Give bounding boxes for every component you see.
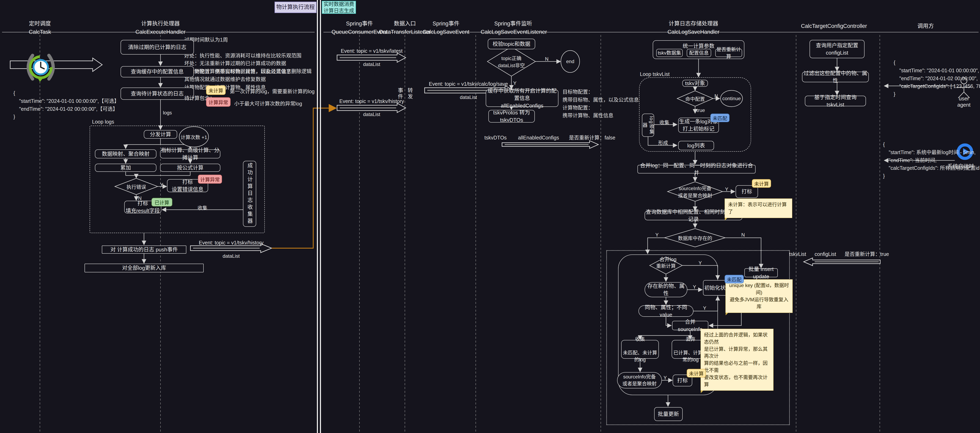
label-topic-check-n: N bbox=[545, 56, 549, 62]
note-listener-config: 目标物配置： 携带目标物、属性，以及公式信息 计算物配置： 携带计算物、属性信息 bbox=[563, 88, 648, 119]
note-uncalculated-means: 未计算：表示可以进行计算了 bbox=[725, 198, 792, 218]
node-accumulate: 累加 bbox=[95, 164, 156, 172]
chip-config-info: 配置信息 bbox=[687, 49, 711, 57]
node-log-list: log列表 bbox=[678, 141, 714, 150]
badge-mark-calc-error: 计算异常 bbox=[198, 174, 222, 184]
node-same-attr-diff-value: 同物、属性；不同value bbox=[638, 305, 694, 317]
merge-log-container-title: 合并log bbox=[659, 255, 676, 263]
participant-executor: 计算执行处理器 CalcExecuteHandler bbox=[124, 19, 197, 36]
participant-calctask-en: CalcTask bbox=[3, 28, 76, 36]
node-batch-update: 批量更新 bbox=[654, 407, 682, 421]
calctask-trigger-arrow bbox=[10, 58, 102, 71]
listener-call-labels: tskvDTOs allEnabledConfigs 是否重新计算：false bbox=[485, 133, 616, 141]
startup-label: 系统启动时 bbox=[947, 162, 974, 170]
label-collect-left: 收集 bbox=[197, 204, 207, 211]
node-query-pending-logs: 查询待计算状态的日志 bbox=[121, 87, 194, 100]
label-forward-right: 转发 bbox=[406, 87, 414, 100]
label-db-exists-n: N bbox=[741, 232, 745, 238]
event-history-label: Event: topic = v1/tskv/history bbox=[339, 98, 404, 104]
event-latest-label: Event: topic = v1/tskv/latest bbox=[341, 48, 402, 54]
loop-tskvlist-label: Loop tskvList bbox=[640, 71, 670, 77]
node-continue: continue bbox=[722, 96, 741, 102]
label-new-attr-y: Y bbox=[693, 284, 696, 290]
event-latest-payload: dataList bbox=[363, 62, 380, 67]
badge-uncalculated-2: 未计算 bbox=[687, 369, 706, 377]
participant-save-handler-zh: 计算日志存储处理器 bbox=[657, 19, 730, 28]
node-push-success-event: 对 计算成功的日志 push事件 bbox=[102, 246, 186, 254]
participant-save-handler-en: CalcLogSaveHandler bbox=[657, 28, 730, 36]
node-query-by-time: 基于指定时间查询 tskvList bbox=[805, 96, 866, 106]
label-exec-error-y: Y bbox=[160, 182, 163, 188]
participant-save-listener-zh: Spring事件监听 bbox=[480, 19, 546, 28]
badge-unmatched-2: 未匹配 bbox=[725, 275, 744, 283]
connector-layer bbox=[0, 0, 980, 433]
label-same-attr-y: Y bbox=[703, 305, 706, 311]
user-agent-label: user agent bbox=[956, 95, 972, 108]
label-logs: logs bbox=[163, 110, 172, 116]
diagram-divider-line-2 bbox=[320, 0, 321, 433]
node-sourceinfo-complete-2: sourceInfo完备 或者是聚合映射 bbox=[617, 372, 662, 389]
node-dispatch-calc: 分发计算 bbox=[144, 130, 177, 139]
diagram-canvas: 物计算执行流程 实时数据消费 计算日志生成 定时调度 CalcTask 计算执行… bbox=[0, 0, 980, 433]
node-calc-count: 计算次数 +1 bbox=[181, 133, 207, 140]
label-sourceinfo2-y: Y bbox=[663, 375, 667, 381]
caller-request-json-1: { "startTime": "2024-01-01 00:00:00", "e… bbox=[894, 59, 980, 98]
diamond-exec-error-label: 执行错误 bbox=[126, 183, 146, 190]
label-hit-config-true: true bbox=[697, 108, 705, 113]
node-update-all-logs: 对全部log更新入库 bbox=[84, 263, 204, 272]
label-form: 形成 bbox=[658, 139, 668, 146]
node-success-log-collector: 成功计算日志收集器 bbox=[243, 161, 256, 227]
note-merge-logic: 经过上面的合并逻辑，如果状态仍然 是已计算、计算异常，那么其再次计 算的结果也必… bbox=[701, 329, 773, 391]
participant-save-listener-en: CalcLogSaveEventListener bbox=[480, 28, 546, 36]
participant-config-controller-en: CalcTargetConfigController bbox=[797, 22, 871, 30]
participant-executor-en: CalcExecuteHandler bbox=[124, 28, 197, 36]
event-push-payload: dataList bbox=[223, 253, 240, 259]
participant-save-listener: Spring事件监听 CalcLogSaveEventListener bbox=[480, 19, 546, 36]
label-db-exists-y: Y bbox=[655, 232, 659, 238]
participant-save-event: Spring事件 CalcLogSaveEvent bbox=[420, 19, 473, 36]
label-hit-config-n: N bbox=[714, 93, 718, 99]
node-query-user-config: 查询用户指定配置 configList bbox=[810, 40, 864, 58]
label-exec-error-n: N bbox=[138, 195, 142, 201]
node-tskv-object: tskv对象 bbox=[682, 80, 708, 87]
chip-tskv-dataset: tskv数据集 bbox=[656, 49, 682, 57]
event-save-label: Event: topic = v1/tskv/calc/log/save bbox=[429, 81, 508, 87]
participant-caller: 调用方 bbox=[889, 22, 962, 30]
label-sourceinfo-y: Y bbox=[725, 187, 728, 192]
participant-calctask-zh: 定时调度 bbox=[3, 19, 76, 28]
node-data-mapping: 数据映射、聚合映射 bbox=[95, 149, 156, 159]
loop-logs-label: Loop logs bbox=[92, 119, 114, 125]
badge-mark-uncalculated: 未计算 bbox=[752, 179, 771, 188]
node-end: end bbox=[566, 59, 574, 64]
participant-save-event-zh: Spring事件 bbox=[420, 19, 473, 28]
participant-executor-zh: 计算执行处理器 bbox=[124, 19, 197, 28]
badge-unmatched: 未匹配 bbox=[710, 114, 730, 122]
badge-uncalculated: 未计算 bbox=[206, 86, 226, 95]
diamond-topic-check-label: topic正确 dataList非空 bbox=[498, 54, 525, 68]
calctask-request-json: { "startTime": "2024-01-01 00:00:00",【可选… bbox=[13, 89, 119, 121]
diamond-db-exists-label: 数据库中存在的 bbox=[678, 234, 712, 241]
participant-caller-zh: 调用方 bbox=[889, 22, 962, 30]
badge-calc-error: 计算异常 bbox=[206, 97, 231, 107]
controller-call-labels: tskvList configList 是否重新计算：true bbox=[789, 250, 889, 257]
caller-request-json-2: { "startTime": 系统中最新log时间 - 5min, "endTi… bbox=[883, 140, 979, 180]
label-forward-left: 事件 bbox=[396, 87, 404, 100]
node-formula-calc: 按公式计算 bbox=[160, 164, 220, 172]
node-get-enabled-configs: 缓存中获取所有开启计算的配置信息 allEnabledConfigs bbox=[486, 90, 558, 107]
event-push-label: Event: topic = v1/tskv/history bbox=[199, 240, 264, 246]
node-validate-topic: 校验topic和数据 bbox=[488, 39, 535, 49]
legend-right-title: 实时数据消费 计算日志生成 bbox=[322, 1, 356, 14]
event-save-payload: dataList bbox=[460, 94, 477, 100]
node-clear-expired-logs: 清除过期的已计算的日志 bbox=[121, 40, 194, 55]
participant-calctask: 定时调度 CalcTask bbox=[3, 19, 76, 36]
diamond-recalc-label: 重新计算 bbox=[656, 262, 676, 269]
label-recalc-y: Y bbox=[698, 260, 702, 266]
diamond-sourceinfo-label: sourceInfo完备 或者是聚合映射 bbox=[678, 184, 712, 199]
legend-left-title: 物计算执行流程 bbox=[275, 2, 317, 13]
node-batch-insert-update: 批量 insert update bbox=[745, 268, 778, 277]
node-merge-log: 合并log：同一配置、同一时刻的日志对象进行合并 bbox=[638, 165, 756, 173]
node-log-collector: log收集器 bbox=[642, 114, 654, 137]
participant-config-controller: CalcTargetConfigController bbox=[797, 22, 871, 30]
node-query-cached-config: 查询缓存中的配置信息 bbox=[121, 66, 194, 77]
node-collect-unmatched: 收集 未匹配、未计算的log bbox=[621, 340, 659, 359]
